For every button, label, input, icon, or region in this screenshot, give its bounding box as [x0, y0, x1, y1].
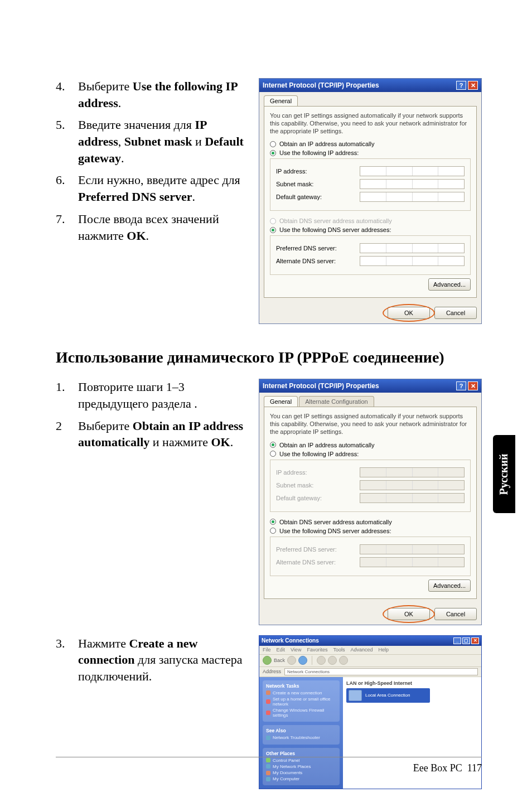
preferred-dns-input	[360, 544, 465, 554]
advanced-button[interactable]: Advanced...	[428, 579, 471, 592]
language-tab: Русский	[493, 435, 515, 513]
category-label: LAN or High-Speed Internet	[346, 680, 478, 686]
menubar[interactable]: FileEditViewFavoritesToolsAdvancedHelp	[259, 646, 481, 655]
alternate-dns-input[interactable]	[360, 256, 465, 266]
close-icon[interactable]: ✕	[468, 381, 478, 390]
help-icon[interactable]: ?	[456, 81, 466, 90]
radio-obtain-dns-auto[interactable]	[270, 519, 276, 525]
dialog-titlebar: Internet Protocol (TCP/IP) Properties ? …	[259, 79, 481, 92]
place-documents[interactable]: My Documents	[266, 770, 336, 775]
place-network[interactable]: My Network Places	[266, 764, 336, 769]
link-troubleshooter[interactable]: Network Troubleshooter	[266, 735, 336, 740]
steps-c: 3.Нажмите Create a new connection для за…	[56, 635, 249, 789]
ok-button[interactable]: OK	[388, 608, 430, 620]
steps-b: 1.Повторите шаги 1–3 предыдущего раздела…	[56, 379, 249, 625]
views-icon[interactable]	[339, 656, 348, 665]
tcpip-dialog-static: Internet Protocol (TCP/IP) Properties ? …	[259, 78, 482, 324]
section-heading: Использование динамического IP (PPPoE со…	[56, 349, 482, 366]
forward-icon	[287, 656, 296, 665]
radio-use-following-ip[interactable]	[270, 451, 276, 457]
default-gateway-input[interactable]	[360, 192, 465, 202]
tab-general[interactable]: General	[264, 95, 298, 106]
cancel-button[interactable]: Cancel	[434, 307, 477, 319]
dialog-description: You can get IP settings assigned automat…	[270, 413, 471, 436]
close-icon[interactable]: ✕	[468, 81, 478, 90]
dialog-title: Internet Protocol (TCP/IP) Properties	[263, 81, 379, 89]
toolbar[interactable]: Back	[259, 655, 481, 667]
tab-general[interactable]: General	[264, 396, 298, 407]
radio-obtain-dns-auto	[270, 218, 276, 224]
task-firewall[interactable]: Change Windows Firewall settings	[266, 708, 336, 718]
dialog-description: You can get IP settings assigned automat…	[270, 112, 471, 135]
ip-address-input[interactable]	[360, 166, 465, 176]
side-panels: Network Tasks Create a new connection Se…	[259, 677, 343, 789]
nic-icon	[349, 690, 362, 701]
ip-address-input	[360, 467, 465, 477]
radio-use-following-ip[interactable]	[270, 150, 276, 156]
help-icon[interactable]: ?	[456, 381, 466, 390]
default-gateway-input	[360, 493, 465, 503]
minimize-icon[interactable]: _	[453, 637, 461, 644]
ok-button[interactable]: OK	[388, 307, 430, 319]
radio-obtain-ip-auto[interactable]	[270, 141, 276, 147]
back-icon[interactable]	[263, 656, 272, 665]
subnet-mask-input[interactable]	[360, 179, 465, 189]
cancel-button[interactable]: Cancel	[434, 608, 477, 620]
address-bar[interactable]: Network Connections	[284, 668, 478, 675]
maximize-icon[interactable]: ▢	[462, 637, 470, 644]
window-title: Network Connections	[262, 637, 319, 644]
page-footer: Eee Box PC 117	[413, 762, 482, 774]
dialog-title: Internet Protocol (TCP/IP) Properties	[263, 382, 379, 390]
place-control-panel[interactable]: Control Panel	[266, 758, 336, 763]
local-area-connection[interactable]: Local Area Connection	[346, 688, 430, 703]
tab-alternate[interactable]: Alternate Configuration	[299, 396, 374, 407]
alternate-dns-input	[360, 557, 465, 567]
preferred-dns-input[interactable]	[360, 243, 465, 253]
steps-a: 4.Выберите Use the following IP address.…	[56, 78, 249, 324]
radio-use-following-dns[interactable]	[270, 528, 276, 534]
radio-use-following-dns[interactable]	[270, 227, 276, 233]
close-icon[interactable]: ✕	[471, 637, 479, 644]
folders-icon[interactable]	[328, 656, 337, 665]
subnet-mask-input	[360, 480, 465, 490]
search-icon[interactable]	[317, 656, 326, 665]
up-icon[interactable]	[298, 656, 307, 665]
task-create-new-connection[interactable]: Create a new connection	[266, 690, 336, 695]
task-setup-home-network[interactable]: Set up a home or small office network	[266, 697, 336, 707]
advanced-button[interactable]: Advanced...	[428, 278, 471, 291]
radio-obtain-ip-auto[interactable]	[270, 442, 276, 448]
tcpip-dialog-dynamic: Internet Protocol (TCP/IP) Properties ? …	[259, 379, 482, 625]
place-computer[interactable]: My Computer	[266, 776, 336, 781]
